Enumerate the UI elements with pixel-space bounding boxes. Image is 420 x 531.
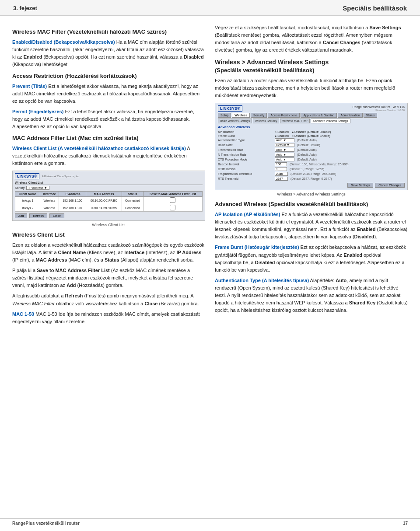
mac-range-text: MAC 1-50 MAC 1-50 Ide írja be mindazon e… <box>12 311 205 325</box>
subtab-advanced[interactable]: Advanced Wireless Settings <box>311 119 350 123</box>
cancel-changes-button[interactable]: Cancel Changes <box>375 183 405 188</box>
sort-dropdown[interactable]: IP Address ▼ <box>26 186 49 190</box>
prevent-paragraph: Prevent (Tiltás) Ezt a lehetőséget akkor… <box>12 83 205 105</box>
left-column: Wireless MAC Filter (Vezetéknélküli háló… <box>12 24 205 328</box>
wl-section-heading: Wireless Client List <box>12 231 205 239</box>
col-interface: Interface <box>40 192 59 197</box>
tx-rate-row: Transmission Rate Auto ▼ (Default: Auto) <box>218 148 405 152</box>
linksys-subtitle: A Division of Cisco Systems, Inc. <box>42 175 80 178</box>
page-number: 17 <box>403 521 408 526</box>
save-checkbox-2[interactable] <box>170 205 175 210</box>
tab-security[interactable]: Security <box>251 113 267 118</box>
close-button[interactable]: Close <box>49 213 64 218</box>
frag-row: Fragmentation Threshold (Default: 2346, … <box>218 172 405 176</box>
auth-type-paragraph: Authentication Type (A hitelesítés típus… <box>215 277 408 314</box>
n-tx-rate-row: N Transmission Rate Auto ▼ (Default: Aut… <box>218 153 405 157</box>
frame-burst-row: Frame Burst ● Enabled ○ Disabled (Defaul… <box>218 134 405 137</box>
col-ip: IP Address <box>59 192 86 197</box>
add-button[interactable]: Add <box>15 213 27 218</box>
tab-admin[interactable]: Administration <box>338 113 362 118</box>
adv-image-caption: Wireless > Advanced Wireless Settings <box>215 192 408 196</box>
wl-text-3: A legfrissebb adatokat a Refresh (Frissí… <box>12 292 205 307</box>
subtab-basic[interactable]: Basic Wireless Settings <box>218 119 252 123</box>
save-checkbox-1[interactable] <box>170 197 175 203</box>
ap-isolation-paragraph: AP Isolation (AP elkülönítés) Ez a funkc… <box>215 211 408 241</box>
basic-rate-row: Basic Rate Default ▼ (Default: Default) <box>218 143 405 147</box>
adv-section-title: Advanced Wireless <box>218 125 405 129</box>
tab-apps[interactable]: Applications & Gaming <box>301 113 337 118</box>
table-row: linksys 1 Wireless 192.168.1.100 00:16:0… <box>15 197 203 204</box>
page-header: 3. fejezet Speciális beállítások <box>0 0 420 16</box>
adv-router-image: LINKSYS® RangePlus Wireless Router WRT11… <box>215 103 408 190</box>
col-client-name: Client Name <box>15 192 40 197</box>
col-status: Status <box>122 192 143 197</box>
right-column: Végezze el a szükséges beállításokat, mó… <box>215 24 408 328</box>
adv-router-model: RangePlus Wireless Router WRT116 Firmwar… <box>353 105 405 112</box>
rts-input[interactable] <box>275 177 288 181</box>
table-row: linksys 2 Wireless 192.168.1.101 00:0F:3… <box>15 204 203 212</box>
tab-access[interactable]: Access Restrictions <box>268 113 300 118</box>
right-intro-text: Végezze el a szükséges beállításokat, mó… <box>215 24 408 54</box>
save-settings-button[interactable]: Save Settings <box>347 183 373 188</box>
rts-row: RTS Threshold (Default 2347, Range: 0-23… <box>218 177 405 181</box>
beacon-row: Beacon Interval (Default: 100, Milliseco… <box>218 162 405 166</box>
cts-row: CTS Protection Mode Auto ▼ (Default: Aut… <box>218 157 405 161</box>
linksys-logo: LINKSYS® <box>15 173 39 179</box>
wl-text-1: Ezen az oldalon a vezetéknélküli hálózat… <box>12 241 205 264</box>
wireless-client-list-image: LINKSYS® A Division of Cisco Systems, In… <box>12 171 205 221</box>
subtab-mac[interactable]: Wireless MAC Filter <box>280 119 309 123</box>
auth-type-dropdown[interactable]: Auto ▼ <box>275 138 294 142</box>
beacon-input[interactable] <box>275 162 287 166</box>
adv-section-main-heading: Advanced Wireless (Speciális vezetéknélk… <box>215 201 408 208</box>
adv-linksys-logo: LINKSYS® <box>218 105 242 112</box>
access-restriction-heading: Access Restriction (Hozzáférési korlátoz… <box>12 73 205 80</box>
adv-main-heading: Wireless > Advanced Wireless Settings(Sp… <box>215 58 408 74</box>
subtab-security[interactable]: Wireless Security <box>253 119 279 123</box>
sort-label: Sort by <box>15 186 24 189</box>
col-mac: MAC Address <box>86 192 122 197</box>
page-title: Speciális beállítások <box>343 4 407 12</box>
frag-input[interactable] <box>275 172 288 176</box>
tx-rate-dropdown[interactable]: Auto ▼ <box>275 148 294 152</box>
n-tx-rate-dropdown[interactable]: Auto ▼ <box>275 153 294 157</box>
page-content: Wireless MAC Filter (Vezetéknélküli háló… <box>0 16 420 336</box>
mac-filter-heading: MAC Address Filter List (Mac cím szűrési… <box>12 135 205 142</box>
wl-sort-row: Sort by IP Address ▼ <box>15 186 203 190</box>
main-heading: Wireless MAC Filter (Vezetéknélküli háló… <box>12 28 205 36</box>
intro-paragraph: Enabled/Disabled (Bekapcsolva/kikapcsolv… <box>12 38 205 68</box>
ap-isolation-row: AP Isolation ○ Enabled ● Disabled (Defau… <box>218 130 405 133</box>
dtim-row: DTIM Interval (Default 1, Range: 1-255) <box>218 167 405 171</box>
chapter-label: 3. fejezet <box>13 5 37 11</box>
refresh-button[interactable]: Refresh <box>29 213 47 218</box>
tab-wireless[interactable]: Wireless <box>232 113 250 118</box>
wl-text-2: Pipálja ki a Save to MAC Address Filter … <box>12 267 205 289</box>
wl-table: Client Name Interface IP Address MAC Add… <box>15 191 203 212</box>
basic-rate-dropdown[interactable]: Default ▼ <box>275 143 294 147</box>
tab-status[interactable]: Status <box>364 113 378 118</box>
cts-dropdown[interactable]: Auto ▼ <box>275 157 294 161</box>
wl-client-list-heading-text: Wireless Client List (A vezetéknélküli h… <box>12 145 205 167</box>
adv-intro-text: Ezen az oldalon a router speciális vezet… <box>215 77 408 99</box>
col-save: Save to MAC Address Filter List <box>143 192 202 197</box>
wl-table-title: Wireless Client List <box>15 181 203 185</box>
frame-burst-paragraph: Frame Burst (Hatósugár kiterjesztés) Ezt… <box>215 244 408 273</box>
footer-brand: RangePlus vezetéknélküli router <box>12 521 80 526</box>
dtim-input[interactable] <box>275 167 287 171</box>
auth-type-row: Authentication Type Auto ▼ (Default: Aut… <box>218 138 405 142</box>
permit-paragraph: Permit (Engedélyezés) Ezt a lehetőséget … <box>12 108 205 130</box>
wl-image-caption: Wireless Client List <box>12 223 205 227</box>
page-footer: RangePlus vezetéknélküli router 17 <box>0 518 420 526</box>
tab-setup[interactable]: Setup <box>218 113 231 118</box>
